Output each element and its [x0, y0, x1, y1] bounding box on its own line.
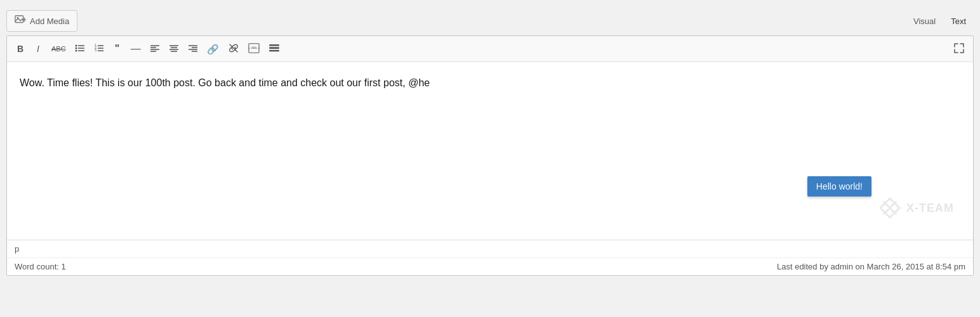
- svg-point-8: [75, 50, 77, 52]
- strikethrough-button[interactable]: ABC: [48, 43, 70, 55]
- hr-button[interactable]: —: [127, 41, 145, 56]
- svg-rect-32: [269, 44, 279, 46]
- editor-wrapper: Add Media Visual Text B I ABC 1.2.3. " —: [0, 0, 980, 282]
- blockquote-button[interactable]: ": [109, 41, 126, 56]
- ol-button[interactable]: 1.2.3.: [90, 41, 108, 57]
- svg-point-6: [75, 48, 77, 49]
- align-center-button[interactable]: [165, 41, 183, 57]
- bold-button[interactable]: B: [12, 42, 29, 56]
- svg-rect-31: [251, 46, 256, 49]
- add-media-icon: [15, 14, 26, 28]
- bottom-bar: Word count: 1 Last edited by admin on Ma…: [7, 257, 973, 275]
- unlink-button[interactable]: [224, 40, 243, 58]
- align-right-button[interactable]: [184, 41, 202, 57]
- content-text: Wow. Time flies! This is our 100th post.…: [20, 75, 960, 91]
- top-bar: Add Media Visual Text: [6, 6, 974, 36]
- autocomplete-popup[interactable]: Hello world!: [807, 176, 871, 197]
- status-bar: p: [7, 240, 973, 257]
- link-button[interactable]: 🔗: [203, 42, 223, 56]
- watermark-text: X-TEAM: [906, 202, 954, 215]
- italic-button[interactable]: I: [30, 42, 46, 56]
- toolbar-toggle-button[interactable]: [265, 41, 284, 56]
- align-left-button[interactable]: [146, 41, 164, 57]
- content-area[interactable]: Wow. Time flies! This is our 100th post.…: [7, 62, 973, 240]
- watermark: X-TEAM: [877, 195, 954, 221]
- editor-toolbar: B I ABC 1.2.3. " — 🔗: [7, 36, 973, 62]
- expand-button[interactable]: [950, 41, 968, 58]
- add-media-button[interactable]: Add Media: [6, 10, 77, 32]
- svg-point-4: [75, 45, 77, 47]
- tab-visual[interactable]: Visual: [906, 13, 943, 30]
- xteam-logo-icon: [877, 195, 903, 221]
- add-media-label: Add Media: [30, 16, 69, 26]
- read-more-button[interactable]: [244, 40, 263, 58]
- tab-text[interactable]: Text: [943, 13, 974, 30]
- last-edited: Last edited by admin on March 26, 2015 a…: [777, 262, 965, 271]
- word-count: Word count: 1: [15, 262, 66, 271]
- path-tag: p: [15, 244, 19, 254]
- svg-rect-33: [269, 47, 279, 49]
- svg-text:3.: 3.: [95, 48, 97, 52]
- svg-rect-34: [269, 50, 279, 52]
- ul-button[interactable]: [71, 41, 89, 57]
- view-tabs: Visual Text: [906, 13, 974, 30]
- editor-container: B I ABC 1.2.3. " — 🔗: [6, 36, 974, 276]
